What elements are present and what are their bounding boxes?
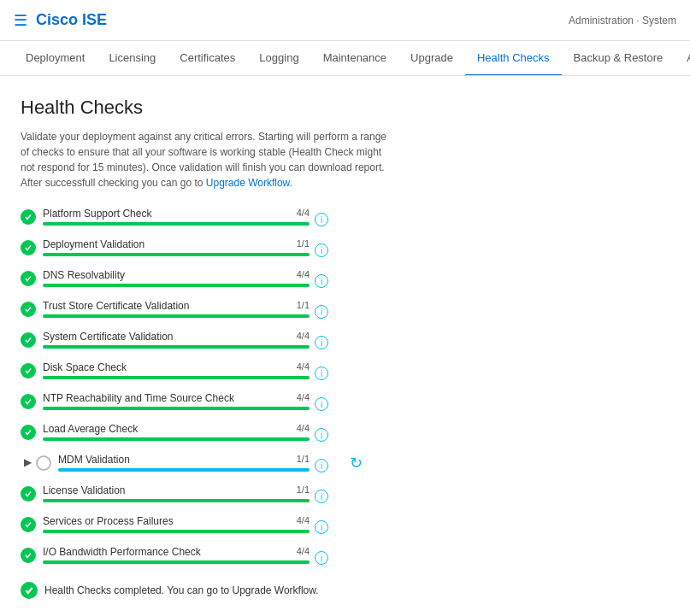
- check-content: Services or Process Failures 4/4: [43, 515, 310, 533]
- check-label: I/O Bandwidth Performance Check 4/4: [43, 546, 310, 558]
- main-content: Health Checks Validate your deployment a…: [0, 76, 690, 616]
- tab-backup-restore[interactable]: Backup & Restore: [562, 41, 675, 76]
- progress-bar-fill: [43, 407, 310, 410]
- check-complete-icon: [21, 302, 36, 317]
- check-label: Services or Process Failures 4/4: [43, 515, 310, 527]
- info-icon[interactable]: i: [315, 243, 328, 257]
- progress-bar-bg: [43, 499, 310, 502]
- check-label: Disk Space Check 4/4: [43, 361, 310, 373]
- check-label: License Validation 1/1: [43, 484, 310, 496]
- check-content: System Certificate Validation 4/4: [43, 331, 310, 349]
- info-icon[interactable]: i: [315, 490, 328, 503]
- check-complete-icon: [21, 517, 36, 532]
- progress-bar-fill: [43, 530, 310, 533]
- check-content: Disk Space Check 4/4: [43, 361, 310, 379]
- tab-upgrade[interactable]: Upgrade: [398, 41, 465, 76]
- check-load-average: Load Average Check 4/4 i: [21, 423, 328, 442]
- check-content: DNS Resolvability 4/4: [43, 269, 310, 287]
- progress-bar-fill: [43, 560, 310, 564]
- info-icon[interactable]: i: [315, 459, 328, 472]
- info-icon[interactable]: i: [315, 520, 328, 534]
- check-content: MDM Validation 1/1: [58, 454, 310, 472]
- check-trust-store: Trust Store Certificate Validation 1/1 i: [21, 300, 328, 319]
- check-platform-support: Platform Support Check 4/4 i: [21, 208, 328, 226]
- check-deployment-validation: Deployment Validation 1/1 i: [21, 238, 328, 257]
- info-icon[interactable]: i: [315, 428, 328, 442]
- expand-chevron-icon[interactable]: ▶: [21, 455, 34, 469]
- progress-bar-fill: [58, 468, 310, 472]
- progress-bar-fill: [43, 376, 310, 379]
- check-label: DNS Resolvability 4/4: [43, 269, 310, 281]
- check-content: Deployment Validation 1/1: [43, 238, 310, 256]
- footer-status-text: Health Checks completed. You can go to U…: [44, 584, 319, 596]
- refresh-icon[interactable]: ↻: [350, 454, 363, 472]
- progress-bar-bg: [43, 253, 310, 256]
- progress-bar-bg: [43, 376, 310, 379]
- progress-bar-fill: [43, 345, 310, 349]
- page-description: Validate your deployment against any cri…: [21, 129, 397, 191]
- tab-licensing[interactable]: Licensing: [97, 41, 168, 76]
- logo-ise: ISE: [82, 11, 107, 28]
- check-pending-icon: [36, 455, 51, 471]
- check-content: Trust Store Certificate Validation 1/1: [43, 300, 310, 318]
- footer-status: Health Checks completed. You can go to U…: [21, 582, 669, 599]
- check-label: Deployment Validation 1/1: [43, 238, 310, 250]
- progress-bar-bg: [43, 284, 310, 287]
- check-complete-icon: [21, 332, 36, 348]
- tab-health-checks[interactable]: Health Checks: [465, 41, 562, 76]
- progress-bar-fill: [43, 499, 310, 502]
- check-content: I/O Bandwidth Performance Check 4/4: [43, 546, 310, 564]
- info-icon[interactable]: i: [315, 367, 328, 380]
- info-icon[interactable]: i: [315, 336, 328, 349]
- check-label: MDM Validation 1/1: [58, 454, 310, 466]
- check-content: Load Average Check 4/4: [43, 423, 310, 441]
- hamburger-icon[interactable]: ☰: [14, 11, 27, 30]
- check-complete-icon: [21, 209, 36, 225]
- info-icon[interactable]: i: [315, 397, 328, 411]
- check-label: System Certificate Validation 4/4: [43, 331, 310, 343]
- tab-certificates[interactable]: Certificates: [168, 41, 247, 76]
- tab-deployment[interactable]: Deployment: [14, 41, 97, 76]
- check-label: NTP Reachability and Time Source Check 4…: [43, 392, 310, 404]
- check-complete-icon: [21, 363, 36, 378]
- tab-admin-access[interactable]: Admin Access: [675, 41, 690, 76]
- info-icon[interactable]: i: [315, 274, 328, 288]
- footer-check-icon: [21, 582, 38, 599]
- app-header: ☰ Cisco ISE Administration · System: [0, 0, 690, 41]
- check-system-cert: System Certificate Validation 4/4 i: [21, 331, 328, 349]
- check-complete-icon: [21, 486, 36, 502]
- check-services-failures: Services or Process Failures 4/4 i: [21, 515, 328, 534]
- progress-bar-bg: [43, 530, 310, 533]
- progress-bar-bg: [43, 222, 310, 226]
- check-disk-space: Disk Space Check 4/4 i: [21, 361, 328, 380]
- page-title: Health Checks: [21, 97, 669, 119]
- progress-bar-fill: [43, 437, 310, 441]
- check-dns-resolvability: DNS Resolvability 4/4 i: [21, 269, 328, 288]
- progress-bar-bg: [43, 560, 310, 564]
- progress-bar-bg: [43, 437, 310, 441]
- info-icon[interactable]: i: [315, 305, 328, 319]
- check-complete-icon: [21, 271, 36, 286]
- breadcrumb: Administration · System: [569, 15, 676, 26]
- nav-tabs: Deployment Licensing Certificates Loggin…: [0, 41, 690, 76]
- check-complete-icon: [21, 240, 36, 255]
- check-content: Platform Support Check 4/4: [43, 208, 310, 226]
- progress-bar-fill: [43, 284, 310, 287]
- progress-bar-bg: [43, 345, 310, 349]
- info-icon[interactable]: i: [315, 213, 328, 226]
- app-logo: Cisco ISE: [36, 11, 107, 29]
- progress-bar-bg: [58, 468, 310, 472]
- check-content: NTP Reachability and Time Source Check 4…: [43, 392, 310, 410]
- check-content: License Validation 1/1: [43, 484, 310, 502]
- upgrade-workflow-link[interactable]: Upgrade Workflow.: [206, 177, 292, 189]
- check-mdm-validation: ▶ MDM Validation 1/1 i ↻: [21, 454, 328, 472]
- check-io-bandwidth: I/O Bandwidth Performance Check 4/4 i: [21, 546, 328, 565]
- tab-maintenance[interactable]: Maintenance: [311, 41, 398, 76]
- tab-logging[interactable]: Logging: [247, 41, 310, 76]
- check-label: Load Average Check 4/4: [43, 423, 310, 435]
- check-complete-icon: [21, 425, 36, 440]
- check-license-validation: License Validation 1/1 i: [21, 484, 328, 503]
- check-complete-icon: [21, 548, 36, 563]
- info-icon[interactable]: i: [315, 551, 328, 565]
- checks-container: Platform Support Check 4/4 i Deployment …: [21, 208, 328, 565]
